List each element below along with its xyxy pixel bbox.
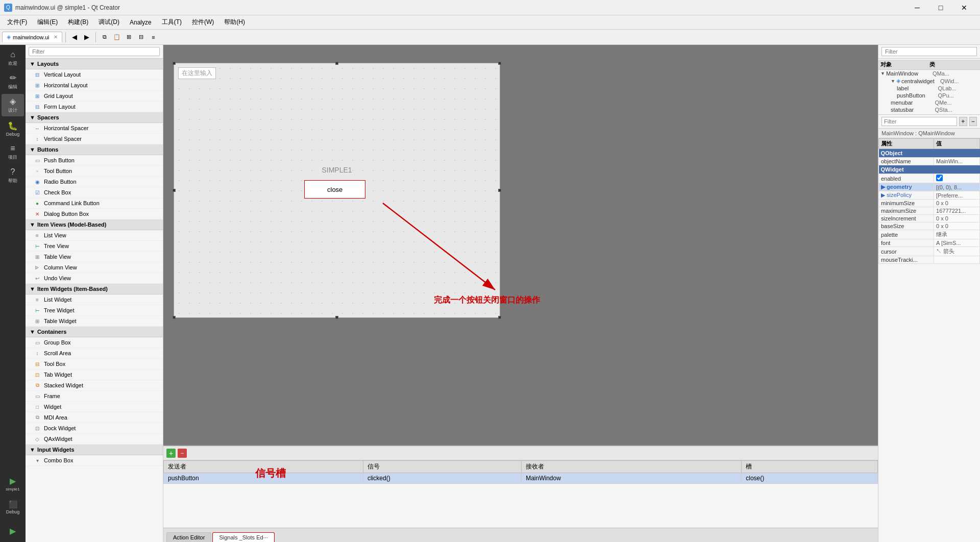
- props-row-minimumsize[interactable]: minimumSize 0 x 0: [879, 200, 980, 207]
- icon-design[interactable]: ◈ 设计: [2, 94, 24, 116]
- item-column-view[interactable]: ⫸ Column View: [26, 262, 163, 273]
- item-radio-button[interactable]: ◉ Radio Button: [26, 177, 163, 187]
- props-row-enabled[interactable]: enabled: [879, 174, 980, 183]
- props-row-basesize[interactable]: baseSize 0 x 0: [879, 223, 980, 230]
- icon-run-bottom2[interactable]: ▶: [2, 520, 24, 542]
- props-add-btn[interactable]: +: [959, 117, 967, 126]
- item-tool-button[interactable]: ▫ Tool Button: [26, 166, 163, 177]
- menu-file[interactable]: 文件(F): [2, 16, 32, 29]
- item-widget[interactable]: □ Widget: [26, 402, 163, 412]
- menu-help[interactable]: 帮助(H): [219, 16, 250, 29]
- handle-tr[interactable]: [498, 62, 501, 65]
- canvas-placeholder[interactable]: 在这里输入: [178, 67, 216, 79]
- icon-debug[interactable]: 🐛 Debug: [2, 117, 24, 140]
- toolbar-copy-btn[interactable]: ⧉: [99, 32, 110, 43]
- item-vertical-layout[interactable]: ⊟ Vertical Layout: [26, 69, 163, 80]
- props-row-font[interactable]: font A [SimS...: [879, 239, 980, 247]
- item-grid-layout[interactable]: ⊞ Grid Layout: [26, 91, 163, 102]
- toolbar-fwd-btn[interactable]: ▶: [81, 32, 92, 43]
- tree-item-mainwindow[interactable]: ▼ MainWindow QMa...: [878, 70, 980, 77]
- item-undo-view[interactable]: ↩ Undo View: [26, 273, 163, 284]
- props-row-palette[interactable]: palette 继承: [879, 230, 980, 239]
- props-row-objectname[interactable]: objectName MainWin...: [879, 158, 980, 165]
- minimize-button[interactable]: ─: [905, 0, 929, 15]
- props-row-sizeincrement[interactable]: sizeIncrement 0 x 0: [879, 215, 980, 223]
- item-check-box[interactable]: ☑ Check Box: [26, 187, 163, 198]
- handle-tl[interactable]: [173, 62, 176, 65]
- item-list-view[interactable]: ≡ List View: [26, 230, 163, 241]
- tree-item-statusbar[interactable]: statusbar QSta...: [878, 106, 980, 113]
- item-stacked-widget[interactable]: ⧉ Stacked Widget: [26, 380, 163, 391]
- item-tab-widget[interactable]: ⊡ Tab Widget: [26, 369, 163, 380]
- toolbar-grid-btn[interactable]: ⊟: [136, 32, 147, 43]
- item-tool-box[interactable]: ⊟ Tool Box: [26, 359, 163, 369]
- handle-bc[interactable]: [335, 316, 338, 319]
- file-tab[interactable]: ◈ mainwindow.ui ✕: [2, 32, 62, 42]
- item-push-button[interactable]: ▭ Push Button: [26, 155, 163, 166]
- icon-run-bottom[interactable]: ▶ simple1: [2, 473, 24, 495]
- item-table-view[interactable]: ⊞ Table View: [26, 252, 163, 262]
- canvas-window[interactable]: 在这里输入 SIMPLE1 close: [174, 63, 500, 318]
- props-row-maximumsize[interactable]: maximumSize 16777221...: [879, 207, 980, 215]
- tree-item-label[interactable]: label QLab...: [878, 85, 980, 92]
- props-row-geometry[interactable]: ▶ geometry [(0, 0), 8...: [879, 183, 980, 191]
- item-horizontal-spacer[interactable]: ↔ Horizontal Spacer: [26, 123, 163, 134]
- item-qax-widget[interactable]: ◇ QAxWidget: [26, 434, 163, 445]
- toolbar-layout-btn[interactable]: ⊞: [124, 32, 135, 43]
- props-row-cursor[interactable]: cursor ↖ 箭头: [879, 247, 980, 256]
- handle-br[interactable]: [498, 316, 501, 319]
- toolbar-paste-btn[interactable]: 📋: [111, 32, 122, 43]
- menu-analyze[interactable]: Analyze: [125, 17, 157, 28]
- menu-edit[interactable]: 编辑(E): [32, 16, 63, 29]
- item-horizontal-layout[interactable]: ⊞ Horizontal Layout: [26, 80, 163, 91]
- item-scroll-area[interactable]: ↕ Scroll Area: [26, 348, 163, 359]
- menu-widgets[interactable]: 控件(W): [187, 16, 219, 29]
- props-row-mousetracking[interactable]: mouseTracki...: [879, 256, 980, 264]
- menu-build[interactable]: 构建(B): [63, 16, 93, 29]
- design-canvas[interactable]: 在这里输入 SIMPLE1 close 完成一个按钮关闭窗口的操作: [163, 45, 878, 445]
- tree-item-centralwidget[interactable]: ▼ ◈ centralwidget QWid...: [878, 77, 980, 85]
- section-buttons[interactable]: ▼ Buttons: [26, 144, 163, 155]
- props-del-btn[interactable]: −: [969, 117, 977, 126]
- section-item-views[interactable]: ▼ Item Views (Model-Based): [26, 219, 163, 230]
- signal-del-button[interactable]: −: [178, 449, 187, 458]
- icon-help[interactable]: ? 帮助: [2, 164, 24, 187]
- icon-edit[interactable]: ✏ 编辑: [2, 70, 24, 93]
- toolbar-align-btn[interactable]: ≡: [148, 32, 159, 43]
- handle-mr[interactable]: [498, 189, 501, 192]
- menu-tools[interactable]: 工具(T): [157, 16, 187, 29]
- props-filter-input[interactable]: [881, 117, 957, 126]
- handle-ml[interactable]: [173, 189, 176, 192]
- item-frame[interactable]: ▭ Frame: [26, 391, 163, 402]
- icon-debug-bottom[interactable]: ⬛ Debug: [2, 496, 24, 519]
- props-row-sizepolicy[interactable]: ▶ sizePolicy [Preferre...: [879, 191, 980, 200]
- tab-signals-slots-editor[interactable]: Signals _Slots Ed···: [212, 532, 274, 542]
- section-layouts[interactable]: ▼ Layouts: [26, 59, 163, 69]
- toolbar-back-btn[interactable]: ◀: [69, 32, 80, 43]
- handle-bl[interactable]: [173, 316, 176, 319]
- item-dock-widget[interactable]: ⊡ Dock Widget: [26, 423, 163, 434]
- section-input-widgets[interactable]: ▼ Input Widgets: [26, 445, 163, 455]
- item-tree-view[interactable]: ⊢ Tree View: [26, 241, 163, 252]
- item-list-widget[interactable]: ≡ List Widget: [26, 294, 163, 305]
- handle-tc[interactable]: [335, 62, 338, 65]
- section-containers[interactable]: ▼ Containers: [26, 327, 163, 337]
- section-item-widgets[interactable]: ▼ Item Widgets (Item-Based): [26, 284, 163, 294]
- item-tree-widget[interactable]: ⊢ Tree Widget: [26, 305, 163, 316]
- section-spacers[interactable]: ▼ Spacers: [26, 112, 163, 123]
- item-command-link-button[interactable]: ● Command Link Button: [26, 198, 163, 209]
- item-vertical-spacer[interactable]: ↕ Vertical Spacer: [26, 134, 163, 144]
- tree-item-menubar[interactable]: menubar QMe...: [878, 99, 980, 106]
- close-button-widget[interactable]: close: [304, 180, 365, 199]
- icon-project[interactable]: ≡ 项目: [2, 141, 24, 163]
- item-combo-box[interactable]: ▾ Combo Box: [26, 455, 163, 466]
- item-form-layout[interactable]: ⊟ Form Layout: [26, 102, 163, 112]
- widget-filter-input[interactable]: [29, 47, 160, 56]
- item-group-box[interactable]: ▭ Group Box: [26, 337, 163, 348]
- file-tab-close-icon[interactable]: ✕: [54, 34, 58, 40]
- icon-welcome[interactable]: ⌂ 欢迎: [2, 47, 24, 69]
- item-table-widget[interactable]: ⊞ Table Widget: [26, 316, 163, 327]
- item-mdi-area[interactable]: ⧉ MDI Area: [26, 412, 163, 423]
- tree-item-pushbutton[interactable]: pushButton QPu...: [878, 92, 980, 99]
- maximize-button[interactable]: □: [929, 0, 952, 15]
